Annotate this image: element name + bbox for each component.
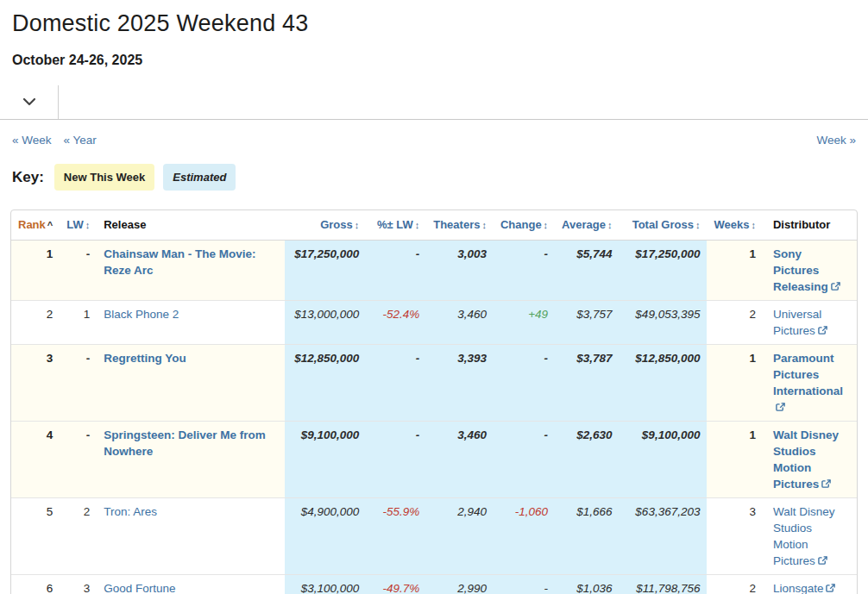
column-header-rank[interactable]: Rank^ [11,210,60,241]
cell-value: - [544,582,549,594]
key-label: Key: [12,169,44,186]
column-header-release: Release [97,210,285,241]
cell-value: $3,757 [576,308,612,321]
sort-icon: ↕ [415,220,420,230]
cell-total_gross: $9,100,000 [619,422,707,498]
cell-value: $63,367,203 [635,505,700,518]
page-title: Domestic 2025 Weekend 43 [12,10,856,37]
external-link-icon [815,554,827,567]
cell-value: $9,100,000 [301,428,360,441]
cell-value: - [86,247,91,260]
section-dropdown[interactable] [0,85,59,119]
date-range: October 24-26, 2025 [12,53,856,68]
cell-value: 2 [749,308,756,321]
table-row: 52Tron: Ares$4,900,000-55.9%2,940-1,060$… [11,498,857,575]
cell-release: Tron: Ares [97,498,285,575]
cell-average: $2,630 [555,422,619,498]
cell-value: $3,787 [576,352,612,365]
cell-gross: $13,000,000 [285,301,366,345]
cell-value: $12,850,000 [294,352,359,365]
next-week-link[interactable]: Week » [816,134,856,147]
cell-pct_lw: -49.7% [366,575,426,594]
sort-icon: ↕ [607,220,613,230]
cell-theaters: 2,990 [426,575,494,594]
cell-value: 1 [84,308,91,321]
cell-value: 3,393 [457,352,487,365]
distributor-link[interactable]: Sony Pictures Releasing [773,247,840,293]
cell-pct_lw: - [366,345,426,422]
cell-gross: $9,100,000 [285,422,366,498]
column-header-lw[interactable]: LW↕ [60,210,97,241]
cell-total_gross: $63,367,203 [619,498,707,575]
cell-value: - [416,428,420,441]
cell-value: 2,990 [457,582,487,594]
cell-average: $3,787 [555,345,619,422]
sort-icon: ↕ [481,220,487,230]
cell-value: $5,744 [576,247,612,260]
distributor-link[interactable]: Universal Pictures [773,308,827,337]
cell-distributor: Universal Pictures [763,301,857,345]
distributor-link[interactable]: Walt Disney Studios Motion Pictures [773,428,839,491]
cell-distributor: Walt Disney Studios Motion Pictures [763,498,857,575]
sort-icon: ↕ [751,220,756,230]
column-header-gross[interactable]: Gross↕ [285,210,366,241]
cell-value: 3 [84,582,91,594]
release-link[interactable]: Black Phone 2 [104,308,179,321]
table-row: 1-Chainsaw Man - The Movie: Reze Arc$17,… [11,241,857,301]
column-header-average[interactable]: Average↕ [555,210,619,241]
cell-lw: - [60,345,97,422]
external-link-icon [828,280,840,293]
cell-lw: 1 [60,301,97,345]
column-header-weeks[interactable]: Weeks↕ [707,210,762,241]
distributor-link[interactable]: Paramount Pictures International [773,352,843,414]
cell-pct_lw: -55.9% [366,498,426,575]
column-label: Release [104,218,146,231]
external-link-icon [815,324,827,337]
release-link[interactable]: Good Fortune [104,582,175,594]
cell-theaters: 3,003 [426,241,494,301]
cell-rank: 2 [11,301,60,345]
sort-icon: ↕ [355,220,360,230]
release-link[interactable]: Chainsaw Man - The Movie: Reze Arc [104,247,255,277]
cell-change: +49 [494,301,555,345]
column-label: Change [500,218,542,231]
cell-value: - [86,428,91,441]
column-label: Weeks [714,218,749,231]
table-header-row: Rank^LW↕ReleaseGross↕%± LW↕Theaters↕Chan… [11,210,857,241]
prev-year-link[interactable]: « Year [64,134,97,147]
column-label: Distributor [773,218,830,231]
cell-value: 3,460 [457,428,487,441]
cell-value: - [544,247,549,260]
pagination-nav: « Week« Year Week » [0,120,868,147]
column-header-total_gross[interactable]: Total Gross↕ [619,210,707,241]
cell-rank: 3 [11,345,60,422]
column-label: Rank [18,218,46,231]
cell-total_gross: $49,053,395 [619,301,707,345]
release-link[interactable]: Tron: Ares [104,505,157,518]
column-label: Average [562,218,606,231]
cell-change: - [494,345,555,422]
distributor-link[interactable]: Lionsgate [773,582,836,594]
cell-rank: 1 [11,241,60,301]
external-link-icon [823,582,835,594]
column-header-theaters[interactable]: Theaters↕ [426,210,494,241]
table-row: 21Black Phone 2$13,000,000-52.4%3,460+49… [11,301,857,345]
prev-week-link[interactable]: « Week [12,134,52,147]
column-header-change[interactable]: Change↕ [494,210,555,241]
distributor-link[interactable]: Walt Disney Studios Motion Pictures [773,505,835,567]
cell-value: 1 [749,352,756,365]
cell-value: +49 [528,308,548,321]
cell-change: - [494,575,555,594]
cell-value: 2 [84,505,91,518]
cell-theaters: 3,393 [426,345,494,422]
release-link[interactable]: Springsteen: Deliver Me from Nowhere [104,428,266,458]
chevron-down-icon [22,96,36,109]
cell-value: $1,036 [576,582,612,594]
cell-value: 3,460 [457,308,487,321]
column-label: %± LW [377,218,413,231]
column-label: LW [66,218,84,231]
cell-value: $17,250,000 [635,247,700,260]
legend-key: Key: New This Week Estimated [0,147,868,191]
column-header-pct_lw[interactable]: %± LW↕ [366,210,426,241]
release-link[interactable]: Regretting You [104,352,186,365]
